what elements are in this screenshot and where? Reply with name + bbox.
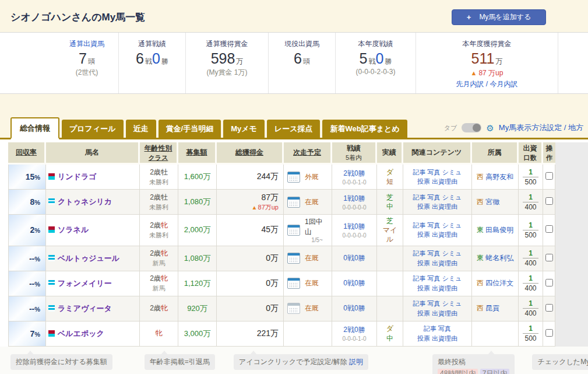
table-row: --%フォンメイリー2歳牝新馬1,120万0万在厩0戦0勝記事 写真 シミュ投票… <box>8 271 555 296</box>
stat-label[interactable]: 通算出資馬 <box>55 39 118 49</box>
gear-icon: ⚙ <box>486 124 494 132</box>
content-link[interactable]: 写真 <box>428 300 441 307</box>
content-link[interactable]: 写真 <box>428 250 441 257</box>
content-link[interactable]: 記事 <box>413 194 426 201</box>
content-link[interactable]: 出資理由 <box>432 310 457 317</box>
content-link[interactable]: 記事 <box>413 300 426 307</box>
content-link[interactable]: 記事 <box>413 250 426 257</box>
trainer-link[interactable]: 昆貢 <box>485 304 499 312</box>
display-settings-link[interactable]: My馬表示方法設定 <box>499 123 562 132</box>
content-link[interactable]: シミュ <box>442 222 462 229</box>
record-link[interactable]: 0戦0勝 <box>343 254 365 262</box>
horse-name-link[interactable]: リンドラゴ <box>58 172 97 181</box>
record-link[interactable]: 0戦0勝 <box>343 304 365 312</box>
select-horse-checkbox[interactable] <box>545 279 553 286</box>
content-link[interactable]: シミュ <box>442 194 462 201</box>
table-row: --%ベルトゥジュール2歳牝新馬1,080万0万在厩0戦0勝記事 写真 シミュ投… <box>8 246 555 271</box>
col-aptitude: 実績 <box>377 142 403 165</box>
earnings-cell: 87万▲87万up <box>217 190 284 215</box>
regional-link[interactable]: 地方 <box>568 123 583 132</box>
select-horse-checkbox[interactable] <box>545 197 553 205</box>
content-link[interactable]: 出資理由 <box>432 335 457 342</box>
tab-my-memo[interactable]: Myメモ <box>223 120 265 138</box>
add-my-horse-button[interactable]: + My馬を追加する <box>452 9 546 25</box>
select-horse-checkbox[interactable] <box>545 225 553 233</box>
content-link[interactable]: 出資理由 <box>432 203 457 210</box>
record-link[interactable]: 2戦0勝 <box>343 326 365 334</box>
col-offer-amount[interactable]: 募集額 <box>178 142 217 165</box>
calendar-icon[interactable] <box>287 172 300 183</box>
calendar-icon[interactable] <box>287 253 300 264</box>
horse-name-link[interactable]: フォンメイリー <box>58 279 112 288</box>
region-label: 西 <box>477 173 484 181</box>
calendar-icon[interactable] <box>287 303 300 314</box>
col-age-sex-class[interactable]: 年齢性別クラス <box>140 142 178 165</box>
calendar-icon[interactable] <box>287 278 300 289</box>
content-link[interactable]: 写真 <box>428 275 441 282</box>
record-link[interactable]: 1戦0勝 <box>343 222 365 230</box>
content-link[interactable]: 記事 <box>413 222 426 229</box>
content-link[interactable]: 出資理由 <box>432 260 457 267</box>
content-link[interactable]: 記事 <box>413 275 426 282</box>
content-link[interactable]: 投票 <box>417 178 430 185</box>
next-race-cell: 在厩 <box>284 190 332 215</box>
horse-name-link[interactable]: ソラネル <box>58 225 89 234</box>
content-link[interactable]: 投票 <box>417 335 430 342</box>
select-horse-checkbox[interactable] <box>545 304 553 312</box>
calendar-icon[interactable] <box>287 197 300 208</box>
explanation-link[interactable]: 説明 <box>349 358 363 366</box>
next-race-cell: 外厩 <box>284 165 332 190</box>
tab-race-rating[interactable]: レース採点 <box>267 120 321 138</box>
content-link[interactable]: シミュ <box>442 300 462 307</box>
tab-profile[interactable]: プロフィール <box>62 120 124 138</box>
note-retired: 年齢非掲載=引退馬 <box>145 354 215 370</box>
content-link[interactable]: 投票 <box>417 260 430 267</box>
content-link[interactable]: 写真 <box>438 325 451 332</box>
content-link[interactable]: 写真 <box>428 169 441 176</box>
tab-prize-details[interactable]: 賞金/手当明細 <box>159 120 221 138</box>
horse-name-link[interactable]: ラミアヴィータ <box>58 304 112 313</box>
record-link[interactable]: 2戦0勝 <box>343 169 365 177</box>
content-link[interactable]: シミュ <box>442 250 462 257</box>
this-month-breakdown-link[interactable]: 今月内訳 <box>490 80 518 88</box>
last-month-breakdown-link[interactable]: 先月内訳 <box>456 80 484 88</box>
content-link[interactable]: 写真 <box>428 222 441 229</box>
content-link[interactable]: 記事 <box>413 169 426 176</box>
content-link[interactable]: シミュ <box>442 169 462 176</box>
tab-new-web-articles[interactable]: 新着Web記事まとめ <box>322 120 407 138</box>
record-link[interactable]: 0戦0勝 <box>343 279 365 287</box>
content-link[interactable]: 記事 <box>424 325 436 332</box>
col-recovery-rate[interactable]: 回収率 <box>8 142 46 165</box>
tab-display-toggle[interactable] <box>462 123 481 132</box>
content-link[interactable]: 投票 <box>417 203 430 210</box>
horse-name-link[interactable]: クトゥネシリカ <box>58 197 112 206</box>
content-link[interactable]: 投票 <box>417 310 430 317</box>
content-link[interactable]: 出資理由 <box>432 285 457 292</box>
record-link[interactable]: 1戦0勝 <box>343 194 365 202</box>
trainer-link[interactable]: 宮徹 <box>485 198 499 206</box>
horse-name-link[interactable]: ベルエポック <box>58 329 104 338</box>
content-link[interactable]: シミュ <box>442 275 462 282</box>
next-status: 在厩 <box>305 278 319 288</box>
stat-year-prize: 本年度獲得賞金 511万 ▲87 万up 先月内訳 / 今月内訳 <box>416 33 558 93</box>
trainer-link[interactable]: 蛯名利弘 <box>485 254 513 262</box>
horse-name-link[interactable]: ベルトゥジュール <box>58 254 119 263</box>
table-row: 2%ソラネル2歳牝未勝利2,000万45万1回中山1/5~1戦0勝0-0-0-0… <box>8 215 555 246</box>
content-link[interactable]: 出資理由 <box>432 231 457 238</box>
select-horse-checkbox[interactable] <box>545 172 553 180</box>
content-link[interactable]: 写真 <box>428 194 441 201</box>
tab-recent-races[interactable]: 近走 <box>126 120 156 138</box>
trainer-link[interactable]: 田島俊明 <box>485 226 513 234</box>
next-race-cell: 在厩 <box>284 246 332 271</box>
content-link[interactable]: 出資理由 <box>432 178 457 185</box>
content-link[interactable]: 投票 <box>417 231 430 238</box>
tab-overview[interactable]: 総合情報 <box>10 117 59 139</box>
select-horse-checkbox[interactable] <box>545 329 553 337</box>
trainer-link[interactable]: 高野友和 <box>485 173 513 181</box>
content-link[interactable]: 投票 <box>417 285 430 292</box>
select-horse-checkbox[interactable] <box>545 254 553 261</box>
calendar-icon[interactable] <box>287 225 300 236</box>
col-next-race[interactable]: 次走予定 <box>284 142 332 165</box>
col-total-earnings[interactable]: 総獲得金 <box>217 142 284 165</box>
trainer-link[interactable]: 四位洋文 <box>485 279 513 287</box>
